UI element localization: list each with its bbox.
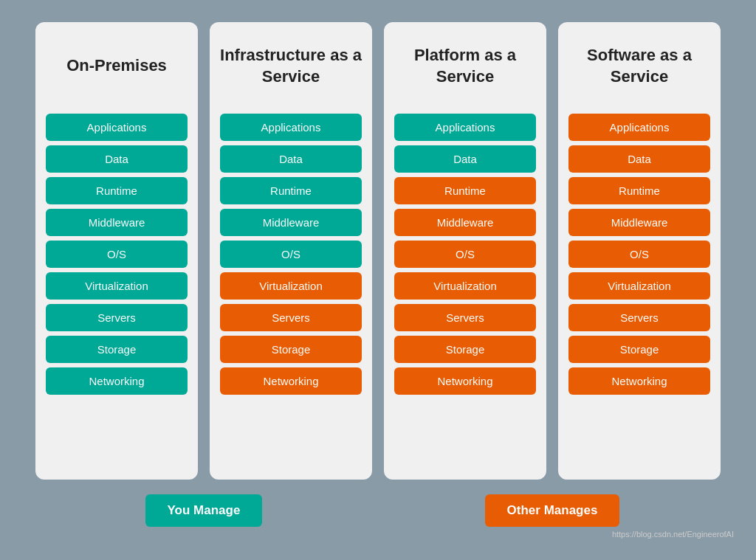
item-runtime-iaas: Runtime [220, 177, 362, 204]
column-saas: Software as a ServiceApplicationsDataRun… [558, 22, 721, 480]
item-virtualization-iaas: Virtualization [220, 272, 362, 300]
items-list-saas: ApplicationsDataRuntimeMiddlewareO/SVirt… [568, 114, 710, 395]
item-data-on-premises: Data [46, 145, 188, 173]
item-o/s-on-premises: O/S [46, 241, 188, 268]
column-iaas: Infrastructure as a ServiceApplicationsD… [210, 22, 372, 480]
other-manages-badge: Other Manages [485, 494, 620, 527]
footer-row: You Manage Other Manages [15, 494, 741, 527]
item-applications-saas: Applications [568, 114, 710, 141]
items-list-paas: ApplicationsDataRuntimeMiddlewareO/SVirt… [394, 114, 536, 395]
column-title-paas: Platform as a Service [394, 37, 536, 96]
item-networking-saas: Networking [568, 367, 710, 395]
item-o/s-saas: O/S [568, 241, 710, 268]
item-virtualization-paas: Virtualization [394, 272, 536, 300]
item-servers-iaas: Servers [220, 304, 362, 331]
item-middleware-on-premises: Middleware [46, 209, 188, 236]
item-networking-paas: Networking [394, 367, 536, 395]
main-container: On-PremisesApplicationsDataRuntimeMiddle… [15, 22, 741, 539]
item-virtualization-saas: Virtualization [568, 272, 710, 300]
item-runtime-paas: Runtime [394, 177, 536, 204]
watermark: https://blog.csdn.net/EngineerofAI [15, 530, 741, 539]
item-storage-saas: Storage [568, 336, 710, 363]
column-on-premises: On-PremisesApplicationsDataRuntimeMiddle… [35, 22, 198, 480]
item-applications-iaas: Applications [220, 114, 362, 141]
item-runtime-saas: Runtime [568, 177, 710, 204]
item-storage-on-premises: Storage [46, 336, 188, 363]
item-applications-on-premises: Applications [46, 114, 188, 141]
item-middleware-iaas: Middleware [220, 209, 362, 236]
column-title-on-premises: On-Premises [66, 37, 167, 96]
item-middleware-saas: Middleware [568, 209, 710, 236]
column-paas: Platform as a ServiceApplicationsDataRun… [384, 22, 546, 480]
item-data-paas: Data [394, 145, 536, 173]
item-servers-paas: Servers [394, 304, 536, 331]
footer-right: Other Manages [385, 494, 719, 527]
you-manage-badge: You Manage [145, 494, 263, 527]
item-applications-paas: Applications [394, 114, 536, 141]
item-networking-iaas: Networking [220, 367, 362, 395]
item-storage-paas: Storage [394, 336, 536, 363]
footer-left: You Manage [36, 494, 371, 527]
item-o/s-iaas: O/S [220, 241, 362, 268]
item-servers-saas: Servers [568, 304, 710, 331]
item-networking-on-premises: Networking [46, 367, 188, 395]
item-runtime-on-premises: Runtime [46, 177, 188, 204]
column-title-saas: Software as a Service [568, 37, 710, 96]
item-middleware-paas: Middleware [394, 209, 536, 236]
item-data-saas: Data [568, 145, 710, 173]
item-data-iaas: Data [220, 145, 362, 173]
items-list-on-premises: ApplicationsDataRuntimeMiddlewareO/SVirt… [46, 114, 188, 395]
item-servers-on-premises: Servers [46, 304, 188, 331]
items-list-iaas: ApplicationsDataRuntimeMiddlewareO/SVirt… [220, 114, 362, 395]
item-o/s-paas: O/S [394, 241, 536, 268]
columns-row: On-PremisesApplicationsDataRuntimeMiddle… [15, 22, 741, 480]
column-title-iaas: Infrastructure as a Service [220, 37, 362, 96]
item-storage-iaas: Storage [220, 336, 362, 363]
item-virtualization-on-premises: Virtualization [46, 272, 188, 300]
